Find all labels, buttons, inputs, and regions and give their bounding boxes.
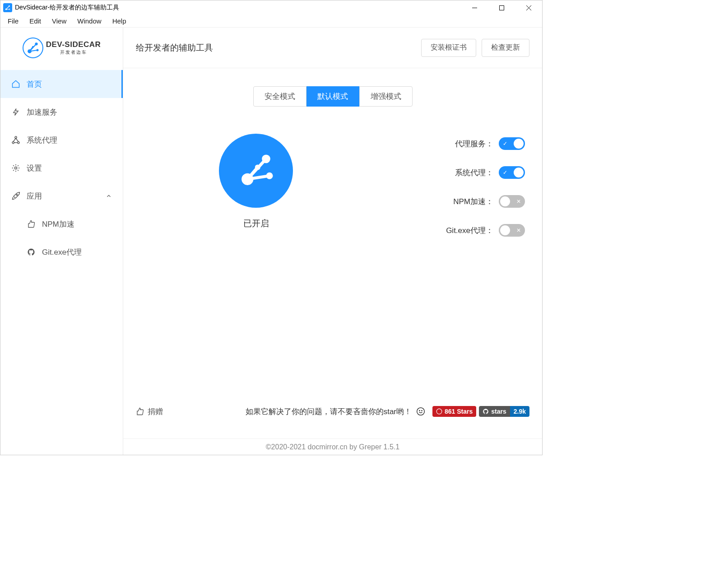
sidebar-item-label: 设置 [27, 163, 42, 173]
page-title: 给开发者的辅助工具 [136, 42, 416, 54]
svg-rect-3 [499, 5, 504, 10]
toggle-label-system-proxy: 系统代理： [455, 168, 493, 178]
mode-tabs: 安全模式 默认模式 增强模式 [136, 86, 529, 107]
tab-safe-mode[interactable]: 安全模式 [253, 86, 306, 107]
toggle-label-proxy-service: 代理服务： [455, 139, 493, 149]
svg-point-19 [422, 411, 422, 411]
gitee-stars-count: 861 Stars [445, 408, 473, 415]
sidebar-item-label: 加速服务 [27, 107, 57, 117]
donate-link[interactable]: 捐赠 [136, 406, 163, 417]
github-stars-badge[interactable]: stars 2.9k [479, 406, 529, 417]
status-circle-icon [219, 134, 293, 208]
copyright: ©2020-2021 docmirror.cn by Greper 1.5.1 [123, 439, 542, 455]
install-cert-button[interactable]: 安装根证书 [421, 39, 476, 57]
toggle-label-git: Git.exe代理： [446, 225, 493, 236]
svg-point-11 [15, 167, 17, 169]
sidebar: DEV-SIDECAR 开发者边车 首页 加速服务 系统代理 [0, 28, 123, 455]
close-button[interactable] [515, 0, 542, 15]
sidebar-item-settings[interactable]: 设置 [0, 154, 123, 182]
sidebar-sub-npm[interactable]: NPM加速 [0, 210, 123, 238]
svg-point-10 [18, 142, 19, 144]
svg-point-17 [417, 408, 425, 415]
sidebar-sub-label: NPM加速 [42, 219, 74, 229]
github-icon [27, 247, 36, 257]
app-icon [3, 3, 12, 12]
chevron-up-icon [106, 193, 112, 199]
titlebar: DevSidecar-给开发者的边车辅助工具 [0, 0, 542, 15]
toggle-git-proxy[interactable]: ✕ [499, 224, 525, 237]
toggle-npm-accelerate[interactable]: ✕ [499, 195, 525, 208]
maximize-button[interactable] [488, 0, 515, 15]
network-icon [11, 135, 20, 145]
sidebar-item-accelerate[interactable]: 加速服务 [0, 98, 123, 126]
gear-icon [11, 163, 20, 173]
star-prompt: 如果它解决了你的问题，请不要吝啬你的star哟！ [246, 406, 412, 417]
toggle-system-proxy[interactable]: ✓ [499, 166, 525, 179]
svg-point-18 [419, 411, 420, 411]
menu-help[interactable]: Help [107, 16, 132, 26]
check-update-button[interactable]: 检查更新 [482, 39, 529, 57]
home-icon [11, 79, 20, 89]
tab-enhanced-mode[interactable]: 增强模式 [359, 86, 413, 107]
svg-point-9 [12, 142, 14, 144]
sidebar-item-apps[interactable]: 应用 [0, 182, 123, 210]
sidebar-sub-label: Git.exe代理 [42, 247, 82, 257]
window-title: DevSidecar-给开发者的边车辅助工具 [15, 4, 461, 12]
donate-label: 捐赠 [148, 406, 163, 417]
gitee-stars-badge[interactable]: 861 Stars [432, 406, 476, 417]
github-stars-count: 2.9k [510, 406, 529, 417]
logo: DEV-SIDECAR 开发者边车 [0, 28, 123, 68]
menu-view[interactable]: View [46, 16, 72, 26]
logo-main-text: DEV-SIDECAR [46, 40, 101, 49]
svg-point-8 [15, 136, 17, 138]
menu-window[interactable]: Window [72, 16, 107, 26]
github-stars-label: stars [491, 408, 506, 415]
minimize-button[interactable] [461, 0, 488, 15]
logo-icon [23, 37, 43, 58]
toggle-label-npm: NPM加速： [453, 196, 493, 207]
logo-sub-text: 开发者边车 [46, 49, 101, 56]
menu-file[interactable]: File [2, 16, 24, 26]
menu-edit[interactable]: Edit [24, 16, 46, 26]
thumbs-up-icon [136, 407, 144, 415]
smile-icon [416, 407, 425, 416]
sidebar-sub-git[interactable]: Git.exe代理 [0, 238, 123, 266]
sidebar-item-home[interactable]: 首页 [0, 70, 123, 98]
lightning-icon [11, 107, 20, 117]
status-indicator[interactable]: 已开启 [136, 134, 376, 253]
status-label: 已开启 [243, 218, 269, 229]
toggle-proxy-service[interactable]: ✓ [499, 137, 525, 150]
sidebar-item-label: 首页 [27, 79, 42, 89]
sidebar-item-label: 应用 [27, 191, 42, 201]
thumbs-up-icon [27, 219, 36, 229]
sidebar-item-label: 系统代理 [27, 135, 57, 145]
page-header: 给开发者的辅助工具 安装根证书 检查更新 [123, 28, 542, 68]
tab-default-mode[interactable]: 默认模式 [306, 86, 359, 107]
rocket-icon [11, 191, 20, 201]
sidebar-item-proxy[interactable]: 系统代理 [0, 126, 123, 154]
menubar: File Edit View Window Help [0, 15, 542, 28]
svg-point-12 [16, 194, 18, 196]
